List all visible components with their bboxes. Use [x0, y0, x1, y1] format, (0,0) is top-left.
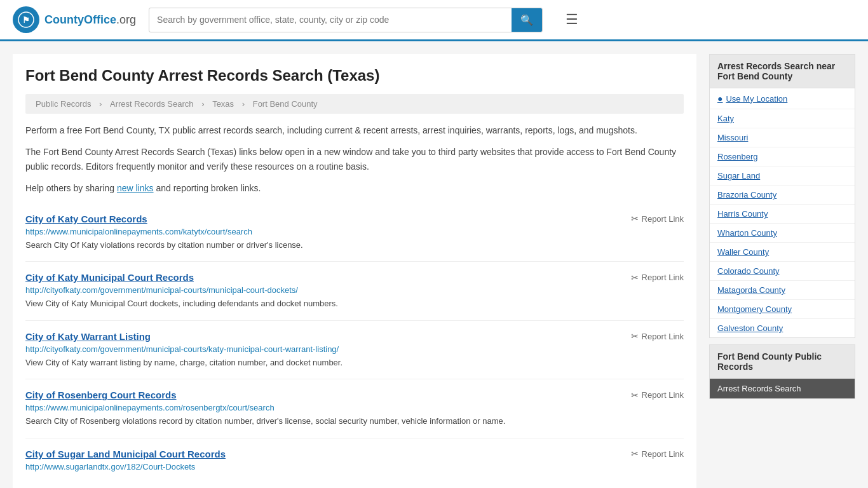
sidebar-item-matagorda-county[interactable]: Matagorda County [710, 281, 855, 300]
record-desc: View City of Katy warrant listing by nam… [25, 356, 684, 369]
report-icon: ✂ [631, 449, 639, 459]
logo-icon: ⚑ [13, 6, 39, 33]
content-area: Fort Bend County Arrest Records Search (… [13, 54, 696, 488]
search-icon: 🔍 [520, 15, 533, 25]
sidebar-item-brazoria-county[interactable]: Brazoria County [710, 186, 855, 205]
location-pin-icon: ● [717, 93, 722, 104]
record-item: City of Rosenberg Court Records ✂ Report… [25, 379, 684, 438]
sidebar-item-harris-county[interactable]: Harris County [710, 205, 855, 224]
report-link-button[interactable]: ✂ Report Link [631, 273, 684, 283]
sidebar-item-rosenberg[interactable]: Rosenberg [710, 147, 855, 166]
sidebar: Arrest Records Search near Fort Bend Cou… [709, 54, 855, 488]
sidebar-item-sugar-land[interactable]: Sugar Land [710, 166, 855, 186]
intro3-prefix: Help others by sharing [25, 183, 117, 193]
breadcrumb-sep3: › [242, 99, 245, 109]
report-label: Report Link [642, 214, 684, 224]
sidebar-item-colorado-county[interactable]: Colorado County [710, 262, 855, 281]
record-title[interactable]: City of Katy Court Records [25, 214, 147, 224]
report-icon: ✂ [631, 390, 639, 400]
sidebar-item-waller-county[interactable]: Waller County [710, 243, 855, 262]
breadcrumb-fort-bend[interactable]: Fort Bend County [253, 99, 318, 109]
intro-text-3: Help others by sharing new links and rep… [25, 181, 684, 195]
report-icon: ✂ [631, 273, 639, 283]
record-title[interactable]: City of Sugar Land Municipal Court Recor… [25, 449, 226, 459]
breadcrumb-sep2: › [201, 99, 204, 109]
search-container: 🔍 [149, 8, 543, 32]
record-url[interactable]: https://www.municipalonlinepayments.com/… [25, 403, 684, 412]
page-title: Fort Bend County Arrest Records Search (… [25, 67, 684, 85]
new-links-link[interactable]: new links [117, 183, 154, 193]
main-container: Fort Bend County Arrest Records Search (… [0, 41, 868, 488]
record-item: City of Katy Court Records ✂ Report Link… [25, 203, 684, 262]
nearby-header: Arrest Records Search near Fort Bend Cou… [710, 55, 855, 88]
report-label: Report Link [642, 449, 684, 459]
record-desc: View City of Katy Municipal Court docket… [25, 297, 684, 310]
header: ⚑ CountyOffice.org 🔍 ☰ [0, 0, 868, 41]
record-url[interactable]: https://www.municipalonlinepayments.com/… [25, 227, 684, 236]
breadcrumb-public-records[interactable]: Public Records [36, 99, 91, 109]
menu-button[interactable]: ☰ [562, 8, 582, 32]
svg-text:⚑: ⚑ [22, 15, 30, 25]
record-item: City of Katy Warrant Listing ✂ Report Li… [25, 321, 684, 380]
logo-area[interactable]: ⚑ CountyOffice.org [13, 6, 136, 33]
breadcrumb-texas[interactable]: Texas [212, 99, 234, 109]
intro-text-1: Perform a free Fort Bend County, TX publ… [25, 123, 684, 137]
record-title[interactable]: City of Katy Warrant Listing [25, 331, 151, 342]
record-item: City of Katy Municipal Court Records ✂ R… [25, 262, 684, 321]
breadcrumb-arrest-records[interactable]: Arrest Records Search [110, 99, 194, 109]
use-my-location-link[interactable]: ● Use My Location [710, 88, 855, 109]
report-link-button[interactable]: ✂ Report Link [631, 449, 684, 459]
sidebar-item-missouri[interactable]: Missouri [710, 128, 855, 147]
record-desc: Search City of Rosenberg violations reco… [25, 415, 684, 428]
arrest-records-search-link[interactable]: Arrest Records Search [710, 379, 855, 398]
breadcrumb-sep1: › [99, 99, 102, 109]
report-label: Report Link [642, 332, 684, 341]
hamburger-icon: ☰ [566, 11, 578, 27]
nearby-section: Arrest Records Search near Fort Bend Cou… [709, 54, 855, 338]
report-label: Report Link [642, 390, 684, 400]
report-label: Report Link [642, 273, 684, 282]
breadcrumb: Public Records › Arrest Records Search ›… [25, 94, 684, 114]
record-header: City of Sugar Land Municipal Court Recor… [25, 449, 684, 459]
public-records-header: Fort Bend County Public Records [710, 345, 855, 379]
record-title[interactable]: City of Katy Municipal Court Records [25, 272, 194, 283]
record-header: City of Katy Warrant Listing ✂ Report Li… [25, 331, 684, 342]
report-icon: ✂ [631, 214, 639, 224]
intro3-suffix: and reporting broken links. [154, 183, 261, 193]
record-url[interactable]: http://cityofkaty.com/government/municip… [25, 344, 684, 354]
records-list: City of Katy Court Records ✂ Report Link… [25, 203, 684, 484]
report-icon: ✂ [631, 331, 639, 341]
sidebar-item-wharton-county[interactable]: Wharton County [710, 224, 855, 243]
record-item: City of Sugar Land Municipal Court Recor… [25, 438, 684, 484]
record-header: City of Rosenberg Court Records ✂ Report… [25, 390, 684, 400]
record-header: City of Katy Court Records ✂ Report Link [25, 214, 684, 224]
search-button[interactable]: 🔍 [512, 8, 542, 32]
report-link-button[interactable]: ✂ Report Link [631, 214, 684, 224]
sidebar-item-galveston-county[interactable]: Galveston County [710, 319, 855, 337]
sidebar-item-katy[interactable]: Katy [710, 109, 855, 128]
record-header: City of Katy Municipal Court Records ✂ R… [25, 272, 684, 283]
record-title[interactable]: City of Rosenberg Court Records [25, 390, 177, 400]
record-url[interactable]: http://www.sugarlandtx.gov/182/Court-Doc… [25, 462, 684, 471]
use-my-location-label: Use My Location [726, 94, 787, 104]
search-input[interactable] [149, 10, 512, 30]
intro-text-2: The Fort Bend County Arrest Records Sear… [25, 145, 684, 173]
logo-text: CountyOffice.org [44, 13, 136, 27]
sidebar-item-montgomery-county[interactable]: Montgomery County [710, 300, 855, 319]
record-desc: Search City Of Katy violations records b… [25, 239, 684, 252]
public-records-section: Fort Bend County Public Records Arrest R… [709, 344, 855, 399]
record-url[interactable]: http://cityofkaty.com/government/municip… [25, 285, 684, 295]
report-link-button[interactable]: ✂ Report Link [631, 390, 684, 400]
report-link-button[interactable]: ✂ Report Link [631, 331, 684, 341]
